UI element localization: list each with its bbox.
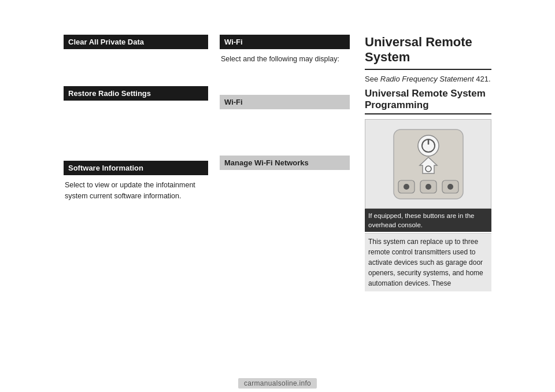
svg-point-9: [426, 184, 431, 190]
wifi-body: Select and the following may display:: [220, 51, 350, 67]
wifi-header[interactable]: Wi-Fi: [220, 35, 350, 49]
universal-remote-title: Universal Remote System: [365, 35, 491, 70]
remote-image-caption: If equipped, these buttons are in the ov…: [365, 209, 491, 232]
svg-point-7: [404, 184, 409, 190]
middle-column: Wi-Fi Select and the following may displ…: [214, 35, 356, 369]
radio-freq-suffix: 421.: [474, 75, 491, 83]
left-column: Clear All Private Data Restore Radio Set…: [64, 35, 214, 369]
restore-radio-settings-header[interactable]: Restore Radio Settings: [64, 86, 208, 101]
software-information-header[interactable]: Software Information: [64, 161, 208, 175]
software-information-body: Select to view or update the infotainmen…: [64, 177, 208, 204]
manage-wifi-header[interactable]: Manage Wi-Fi Networks: [220, 156, 350, 170]
right-column: Universal Remote System See Radio Freque…: [356, 35, 491, 369]
svg-point-11: [447, 184, 453, 190]
svg-point-1: [418, 135, 439, 156]
clear-private-data-header[interactable]: Clear All Private Data: [64, 35, 208, 49]
radio-freq-statement: See Radio Frequency Statement 421.: [365, 73, 491, 85]
watermark: carmanualsoline.info: [0, 379, 555, 387]
remote-system-desc: This system can replace up to three remo…: [365, 233, 491, 291]
wifi-subheader[interactable]: Wi-Fi: [220, 95, 350, 109]
radio-freq-link: Radio Frequency Statement: [380, 75, 474, 83]
universal-remote-programming-title: Universal Remote System Programming: [365, 88, 491, 114]
remote-control-image: [365, 119, 491, 209]
